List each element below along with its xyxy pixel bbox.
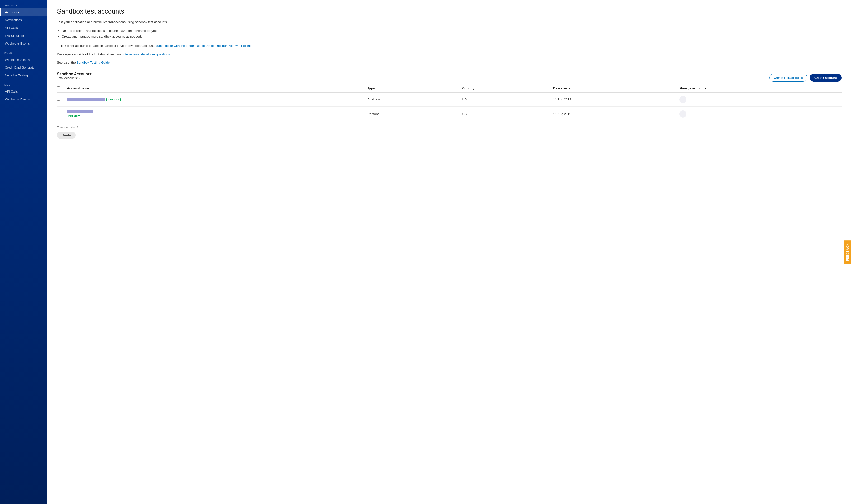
col-header-date-created: Date created <box>550 85 677 92</box>
sidebar-item-accounts[interactable]: Accounts <box>0 8 48 16</box>
accounts-buttons: Create bulk accounts Create account <box>769 74 841 82</box>
developer-paragraph: Developers outside of the US should read… <box>57 52 841 57</box>
row1-manage-button[interactable]: ··· <box>679 96 686 103</box>
col-header-account-name: Account name <box>64 85 365 92</box>
feedback-tab[interactable]: FEEDBACK <box>844 240 851 264</box>
authenticate-link[interactable]: authenticate with the credentials of the… <box>156 44 251 48</box>
bullet-item-1: Default personal and business accounts h… <box>62 28 841 34</box>
bullet-list: Default personal and business accounts h… <box>62 28 841 40</box>
developer-para-suffix: . <box>170 52 171 56</box>
page-title: Sandbox test accounts <box>57 7 841 15</box>
sidebar-item-webhooks-simulator[interactable]: Webhooks Simulator <box>0 56 48 64</box>
row2-country: US <box>459 106 550 122</box>
row1-type: Business <box>365 92 459 107</box>
col-header-type: Type <box>365 85 459 92</box>
delete-button[interactable]: Delete <box>57 131 75 139</box>
row2-manage-cell: ··· <box>676 106 841 122</box>
sidebar-sandbox-label: SANDBOX <box>0 0 48 8</box>
see-also-prefix: See also: the <box>57 61 77 64</box>
link-para-prefix: To link other accounts created in sandbo… <box>57 44 156 48</box>
select-all-checkbox[interactable] <box>57 86 60 90</box>
see-also-suffix: . <box>110 61 111 64</box>
intro-paragraph: Test your application and mimic live tra… <box>57 19 841 25</box>
sidebar: SANDBOX Accounts Notifications API Calls… <box>0 0 48 504</box>
row2-account-name-cell: DEFAULT <box>64 106 365 122</box>
row1-account-name-cell: DEFAULT <box>64 92 365 107</box>
international-developer-link[interactable]: international developer questions <box>123 52 170 56</box>
row1-date-created: 11 Aug 2019 <box>550 92 677 107</box>
sidebar-item-api-calls-live[interactable]: API Calls <box>0 88 48 95</box>
sidebar-item-webhooks-events-sandbox[interactable]: Webhooks Events <box>0 40 48 48</box>
row1-default-badge: DEFAULT <box>106 98 121 101</box>
row1-name-bar <box>67 98 105 101</box>
create-bulk-accounts-button[interactable]: Create bulk accounts <box>769 74 807 82</box>
sidebar-item-webhooks-events-live[interactable]: Webhooks Events <box>0 95 48 103</box>
row2-default-badge: DEFAULT <box>67 115 362 118</box>
sidebar-item-ipn-simulator[interactable]: IPN Simulator <box>0 32 48 40</box>
row1-checkbox-cell <box>57 92 64 107</box>
table-row: DEFAULT Business US 11 Aug 2019 ··· <box>57 92 841 107</box>
row1-manage-cell: ··· <box>676 92 841 107</box>
sidebar-item-notifications[interactable]: Notifications <box>0 16 48 24</box>
sandbox-accounts-title: Sandbox Accounts: <box>57 72 93 76</box>
accounts-table: Account name Type Country Date created M… <box>57 85 841 122</box>
sidebar-live-label: LIVE <box>0 79 48 88</box>
sidebar-item-negative-testing[interactable]: Negative Testing <box>0 71 48 79</box>
row2-manage-button[interactable]: ··· <box>679 110 686 118</box>
total-accounts-count: Total Accounts: 2 <box>57 76 93 80</box>
row1-checkbox[interactable] <box>57 97 60 101</box>
sidebar-mock-label: MOCK <box>0 48 48 56</box>
row2-checkbox-cell <box>57 106 64 122</box>
sidebar-item-api-calls-sandbox[interactable]: API Calls <box>0 24 48 32</box>
row1-country: US <box>459 92 550 107</box>
row2-date-created: 11 Aug 2019 <box>550 106 677 122</box>
row2-type: Personal <box>365 106 459 122</box>
col-header-manage: Manage accounts <box>676 85 841 92</box>
link-paragraph: To link other accounts created in sandbo… <box>57 43 841 49</box>
sandbox-guide-link[interactable]: Sandbox Testing Guide <box>77 61 110 64</box>
total-records: Total records: 2 <box>57 126 841 129</box>
table-row: DEFAULT Personal US 11 Aug 2019 ··· <box>57 106 841 122</box>
create-account-button[interactable]: Create account <box>810 74 841 82</box>
sidebar-item-credit-card-generator[interactable]: Credit Card Generator <box>0 64 48 71</box>
table-header-row: Account name Type Country Date created M… <box>57 85 841 92</box>
col-header-checkbox <box>57 85 64 92</box>
developer-para-prefix: Developers outside of the US should read… <box>57 52 123 56</box>
row2-name-bar <box>67 110 93 113</box>
main-content: Sandbox test accounts Test your applicat… <box>48 0 851 504</box>
accounts-header: Sandbox Accounts: Total Accounts: 2 Crea… <box>57 72 841 84</box>
bullet-item-2: Create and manage more sandbox accounts … <box>62 34 841 39</box>
col-header-country: Country <box>459 85 550 92</box>
feedback-label: FEEDBACK <box>846 243 849 261</box>
row2-checkbox[interactable] <box>57 112 60 115</box>
see-also-paragraph: See also: the Sandbox Testing Guide. <box>57 60 841 65</box>
